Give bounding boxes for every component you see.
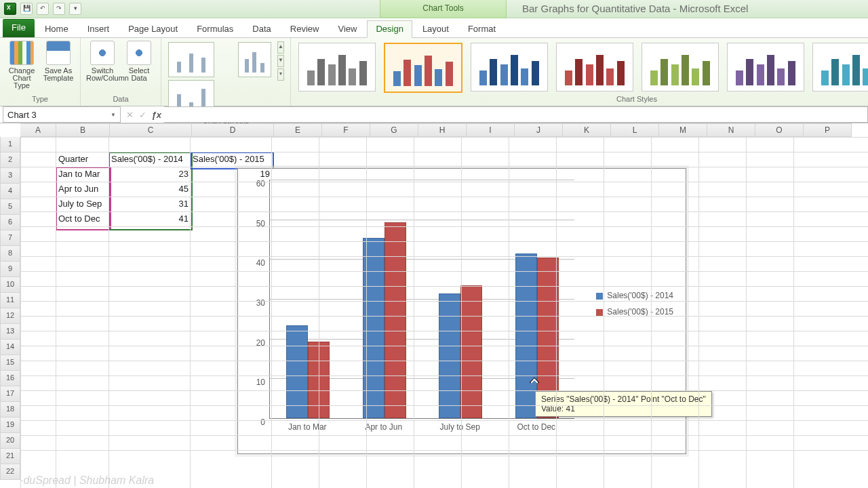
chart-legend[interactable]: Sales('00$) - 2014Sales('00$) - 2015	[596, 291, 673, 323]
chevron-down-icon[interactable]: ▼	[111, 112, 116, 118]
row-header[interactable]: 14	[0, 340, 20, 355]
col-header[interactable]: P	[804, 123, 852, 137]
row-header[interactable]: 15	[0, 355, 20, 371]
cell[interactable]: July to Sep	[56, 197, 110, 211]
cell[interactable]: 19	[190, 167, 273, 182]
chart-style-1[interactable]	[298, 43, 376, 92]
tab-home[interactable]: Home	[36, 20, 77, 37]
template-icon	[46, 41, 71, 65]
chart-layout-3[interactable]	[238, 42, 271, 77]
chart-style-2[interactable]	[384, 43, 462, 93]
save-button[interactable]: 💾	[20, 3, 33, 15]
enter-icon[interactable]: ✓	[139, 110, 146, 120]
fx-icon[interactable]: ƒx	[152, 110, 161, 120]
row-header[interactable]: 1	[0, 137, 20, 152]
plot-area[interactable]: 0102030405060Jan to MarApr to JunJuly to…	[269, 180, 574, 418]
cell[interactable]: 23	[108, 167, 191, 182]
col-header[interactable]: H	[418, 123, 467, 137]
col-header[interactable]: J	[515, 123, 563, 137]
row-header[interactable]: 2	[0, 152, 20, 168]
row-header[interactable]: 21	[0, 449, 20, 464]
row-header[interactable]: 17	[0, 386, 20, 402]
col-header[interactable]: D	[192, 123, 274, 137]
select-data-button[interactable]: Select Data	[123, 41, 155, 82]
row-header[interactable]: 5	[0, 199, 20, 215]
change-chart-type-button[interactable]: Change Chart Type	[5, 41, 38, 89]
tab-review[interactable]: Review	[281, 20, 328, 37]
row-header[interactable]: 6	[0, 215, 20, 230]
chart-style-4[interactable]	[556, 43, 633, 92]
formula-bar: Chart 3 ▼ ✕ ✓ ƒx	[0, 106, 868, 123]
bar-Sales-00-2015[interactable]	[460, 285, 482, 418]
legend-item[interactable]: Sales('00$) - 2014	[596, 291, 673, 300]
row-header[interactable]: 18	[0, 402, 20, 418]
col-header[interactable]: A	[20, 123, 56, 137]
layout-gallery-scroll[interactable]: ▲▼▾	[277, 41, 285, 81]
bar-Sales-00-2014[interactable]	[439, 293, 460, 418]
bar-Sales-00-2014[interactable]	[515, 253, 537, 418]
col-header[interactable]: C	[110, 123, 192, 137]
cell-grid[interactable]: 0102030405060Jan to MarApr to JunJuly to…	[20, 137, 868, 488]
col-header[interactable]: N	[707, 123, 755, 137]
col-header[interactable]: G	[370, 123, 418, 137]
row-header[interactable]: 7	[0, 230, 20, 246]
save-as-template-button[interactable]: Save As Template	[42, 41, 75, 82]
row-header[interactable]: 20	[0, 433, 20, 449]
column-headers[interactable]: ABCDEFGHIJKLMNOP	[20, 123, 868, 137]
tab-design[interactable]: Design	[367, 20, 412, 38]
col-header[interactable]: B	[56, 123, 110, 137]
legend-item[interactable]: Sales('00$) - 2015	[596, 307, 673, 317]
col-header[interactable]: L	[611, 123, 659, 137]
row-header[interactable]: 8	[0, 246, 20, 262]
cell[interactable]: 41	[108, 211, 191, 226]
tab-format[interactable]: Format	[459, 20, 505, 37]
formula-input[interactable]	[164, 106, 868, 123]
chart-style-5[interactable]	[642, 43, 719, 92]
col-header[interactable]: E	[274, 123, 322, 137]
row-header[interactable]: 22	[0, 464, 20, 480]
qat-customize-button[interactable]: ▾	[69, 3, 81, 15]
cell[interactable]: Oct to Dec	[56, 211, 110, 226]
row-header[interactable]: 13	[0, 324, 20, 340]
chart-style-3[interactable]	[471, 43, 548, 92]
chart-style-7[interactable]	[812, 43, 868, 92]
chart-style-6[interactable]	[727, 43, 804, 92]
chart-layout-1[interactable]	[168, 42, 214, 77]
row-header[interactable]: 12	[0, 308, 20, 324]
col-header[interactable]: F	[322, 123, 370, 137]
bar-Sales-00-2015[interactable]	[384, 222, 406, 418]
row-header[interactable]: 3	[0, 168, 20, 184]
cell[interactable]: Jan to Mar	[56, 167, 110, 182]
name-box[interactable]: Chart 3 ▼	[3, 106, 121, 123]
col-header[interactable]: O	[755, 123, 804, 137]
worksheet[interactable]: ABCDEFGHIJKLMNOP 12345678910111213141516…	[0, 123, 868, 488]
row-header[interactable]: 9	[0, 262, 20, 277]
row-header[interactable]: 10	[0, 277, 20, 293]
cell[interactable]: Quarter	[56, 152, 110, 167]
tab-file[interactable]: File	[3, 19, 35, 37]
row-header[interactable]: 16	[0, 371, 20, 386]
redo-button[interactable]: ↷	[53, 3, 65, 15]
cell[interactable]: 45	[108, 182, 191, 197]
row-headers[interactable]: 12345678910111213141516171819202122	[0, 137, 20, 480]
col-header[interactable]: M	[659, 123, 707, 137]
col-header[interactable]: I	[467, 123, 515, 137]
row-header[interactable]: 11	[0, 293, 20, 308]
tab-formulas[interactable]: Formulas	[188, 20, 242, 37]
cell[interactable]: Sales('00$) - 2015	[190, 152, 273, 167]
cell[interactable]: 31	[108, 197, 191, 211]
tab-layout[interactable]: Layout	[414, 20, 458, 37]
tab-view[interactable]: View	[329, 20, 366, 37]
tab-data[interactable]: Data	[243, 20, 279, 37]
cell[interactable]: Sales('00$) - 2014	[108, 152, 191, 167]
row-header[interactable]: 4	[0, 184, 20, 199]
tab-page-layout[interactable]: Page Layout	[119, 20, 186, 37]
tab-insert[interactable]: Insert	[79, 20, 119, 37]
switch-row-column-button[interactable]: Switch Row/Column	[86, 41, 119, 82]
cell[interactable]: Apr to Jun	[56, 182, 110, 197]
col-header[interactable]: K	[563, 123, 611, 137]
undo-button[interactable]: ↶	[37, 3, 49, 15]
bar-Sales-00-2014[interactable]	[286, 325, 308, 418]
cancel-icon[interactable]: ✕	[126, 110, 134, 120]
row-header[interactable]: 19	[0, 418, 20, 433]
